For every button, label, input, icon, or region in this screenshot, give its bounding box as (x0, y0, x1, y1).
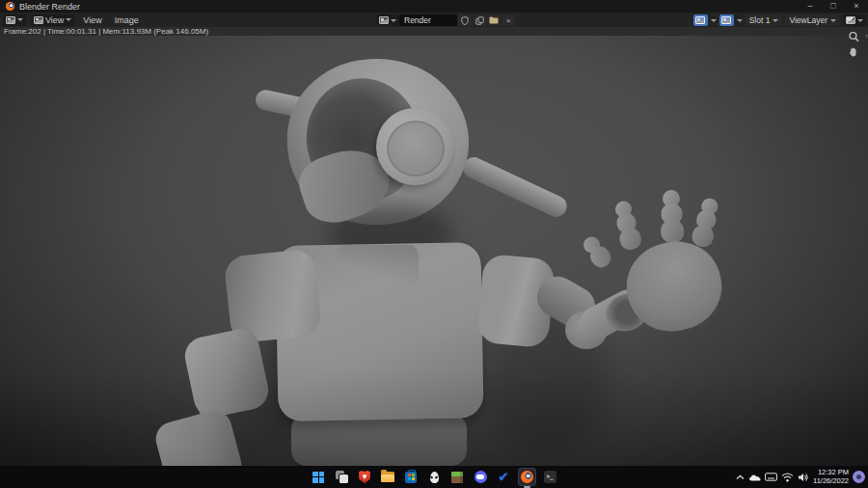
robot-antenna-right (460, 154, 570, 221)
overlay-icon (721, 16, 731, 24)
view-mode-icon (34, 16, 43, 24)
robot-left-forearm-lower (152, 407, 246, 466)
editor-type-dropdown[interactable] (3, 14, 26, 26)
brave-shield-icon (359, 471, 370, 483)
terminal-button[interactable]: >_ (541, 468, 559, 486)
image-name-field[interactable]: Render Result (399, 14, 457, 26)
volume-tray-button[interactable] (798, 473, 809, 482)
chevron-up-icon (736, 474, 745, 480)
gizmos-toggle[interactable] (693, 14, 708, 26)
discord-button[interactable] (472, 468, 490, 486)
onedrive-tray-button[interactable] (748, 474, 761, 481)
task-view-icon (336, 471, 348, 483)
gizmo-icon (695, 16, 705, 24)
header-right-tools: Slot 1 ViewLayer (693, 14, 866, 26)
wifi-tray-button[interactable] (781, 473, 794, 482)
system-tray: 12:32 PM 11/26/2022 (736, 466, 865, 488)
display-channels-dropdown[interactable] (843, 14, 866, 26)
todo-app-button[interactable]: ✔ (495, 468, 513, 486)
magnifier-icon (848, 31, 860, 43)
chevron-down-icon (773, 19, 778, 22)
alienware-button[interactable] (425, 468, 444, 486)
menu-image[interactable]: Image (111, 15, 143, 25)
shield-icon (461, 16, 469, 25)
chevron-down-icon (857, 19, 863, 22)
blender-app-button[interactable] (518, 468, 536, 486)
terminal-icon: >_ (544, 471, 556, 483)
window-title: Blender Render (19, 2, 80, 12)
hand-icon (848, 46, 859, 58)
clock-date: 11/26/2022 (813, 477, 849, 486)
new-image-button[interactable] (473, 14, 486, 26)
image-datablock: Render Result × (376, 14, 515, 26)
close-button[interactable]: × (845, 0, 868, 13)
folder-icon (381, 472, 394, 482)
duplicate-icon (475, 16, 484, 25)
fake-user-button[interactable] (458, 14, 472, 26)
title-bar: Blender Render – □ × (0, 0, 868, 13)
unlink-image-button[interactable]: × (502, 14, 515, 26)
task-view-button[interactable] (333, 468, 351, 486)
file-explorer-button[interactable] (379, 468, 397, 486)
keyboard-icon (765, 473, 777, 481)
overlays-toggle[interactable] (719, 14, 734, 26)
image-editor-header: View View Image Render Result × Slot 1 (0, 13, 868, 27)
viewlayer-label: ViewLayer (789, 15, 827, 25)
menu-view[interactable]: View (79, 15, 105, 25)
tray-overflow-button[interactable] (736, 474, 745, 480)
store-bag-icon (405, 472, 417, 483)
chevron-down-icon (66, 18, 71, 21)
taskbar-clock[interactable]: 12:32 PM 11/26/2022 (813, 469, 849, 485)
brave-browser-button[interactable] (356, 468, 374, 486)
render-stats-text: Frame:202 | Time:00:01.31 | Mem:113.93M … (4, 27, 208, 36)
pan-gizmo[interactable] (848, 44, 860, 57)
chevron-down-icon (17, 18, 23, 21)
cloud-icon (748, 474, 761, 481)
alien-head-icon (430, 472, 439, 483)
chevron-down-icon (391, 19, 396, 22)
render-info-bar: Frame:202 | Time:00:01.31 | Mem:113.93M … (0, 27, 868, 36)
mode-dropdown[interactable]: View (31, 14, 74, 26)
slot-label: Slot 1 (749, 15, 771, 25)
chevron-down-icon (830, 19, 836, 22)
image-browse-dropdown[interactable] (376, 14, 399, 26)
microsoft-store-button[interactable] (402, 468, 420, 486)
grass-block-icon (451, 472, 463, 483)
color-alpha-icon (846, 16, 855, 24)
image-icon (379, 16, 389, 24)
image-editor-icon (6, 16, 15, 24)
chevron-down-icon[interactable] (711, 19, 717, 22)
minimize-button[interactable]: – (799, 0, 822, 13)
maximize-button[interactable]: □ (822, 0, 845, 13)
robot-lens-inner (387, 121, 445, 176)
robot-chest-shade (336, 245, 419, 287)
speaker-icon (798, 473, 809, 482)
chevron-down-icon[interactable] (737, 19, 743, 22)
start-button[interactable] (310, 468, 328, 486)
windows-logo-icon (312, 472, 324, 483)
wifi-icon (781, 473, 794, 482)
open-image-button[interactable] (487, 14, 501, 26)
blender-icon (521, 471, 533, 483)
touch-keyboard-button[interactable] (765, 473, 777, 481)
zoom-gizmo[interactable] (848, 30, 860, 42)
notification-center-button[interactable] (853, 471, 865, 483)
slot-dropdown[interactable]: Slot 1 (746, 14, 783, 26)
checkmark-icon: ✔ (499, 471, 509, 483)
viewlayer-dropdown[interactable]: ViewLayer (785, 14, 840, 26)
render-canvas[interactable] (0, 36, 868, 466)
minecraft-button[interactable] (448, 468, 467, 486)
window-controls: – □ × (799, 0, 868, 13)
folder-icon (489, 16, 499, 24)
taskbar: ✔ >_ 12:32 PM 11/26/2022 (0, 466, 868, 488)
blender-logo-icon (6, 2, 14, 11)
mode-label: View (45, 15, 64, 25)
robot-hips (291, 414, 467, 466)
discord-icon (475, 471, 487, 483)
